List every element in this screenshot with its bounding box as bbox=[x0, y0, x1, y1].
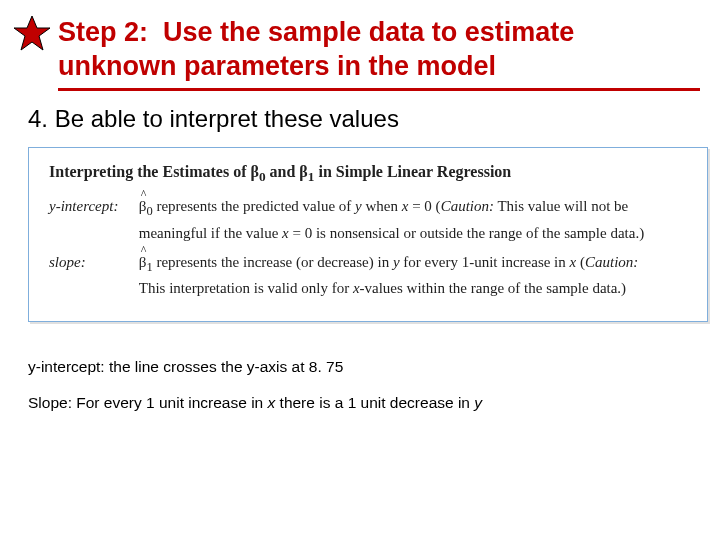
yint-x2: x bbox=[282, 225, 289, 241]
slope-label: slope: bbox=[49, 251, 135, 274]
figure-heading: Interpreting the Estimates of β0 and β1 … bbox=[49, 160, 687, 188]
title-step: Step 2: bbox=[58, 17, 148, 47]
slope-d: This interpretation is valid only for bbox=[139, 280, 353, 296]
star-icon bbox=[12, 14, 52, 54]
beta0-sub: 0 bbox=[259, 169, 266, 184]
figure-wrap: Interpreting the Estimates of β0 and β1 … bbox=[28, 147, 708, 322]
yint-c: = 0 ( bbox=[408, 198, 440, 214]
note-slope: Slope: For every 1 unit increase in x th… bbox=[28, 394, 700, 412]
note-slope-b: there is a 1 unit decrease in bbox=[275, 394, 474, 411]
title-block: Step 2: Use the sample data to estimate … bbox=[58, 16, 700, 91]
slope-row: slope: β1 represents the increase (or de… bbox=[49, 251, 687, 301]
notes: y-intercept: the line crosses the y-axis… bbox=[28, 358, 700, 412]
beta1-hat: β bbox=[139, 251, 147, 274]
heading-suffix: in Simple Linear Regression bbox=[314, 163, 511, 180]
y-intercept-row: y-intercept: β0 represents the predicted… bbox=[49, 195, 687, 245]
slide: Step 2: Use the sample data to estimate … bbox=[0, 0, 720, 540]
yint-e: = 0 is nonsensical or outside the range … bbox=[289, 225, 644, 241]
yint-a: represents the predicted value of bbox=[153, 198, 355, 214]
interpretation-box: Interpreting the Estimates of β0 and β1 … bbox=[28, 147, 708, 322]
beta1: β bbox=[299, 163, 307, 180]
y-intercept-body: β0 represents the predicted value of y w… bbox=[139, 195, 659, 245]
slope-c: ( bbox=[576, 254, 585, 270]
beta0-hat-base: β bbox=[139, 198, 147, 214]
y-intercept-label: y-intercept: bbox=[49, 195, 135, 218]
note-slope-y: y bbox=[474, 394, 482, 411]
note-slope-a: Slope: For every 1 unit increase in bbox=[28, 394, 268, 411]
subpoint: 4. Be able to interpret these values bbox=[28, 105, 700, 133]
beta1-hat-base: β bbox=[139, 254, 147, 270]
heading-prefix: Interpreting the Estimates of bbox=[49, 163, 250, 180]
note-y-intercept: y-intercept: the line crosses the y-axis… bbox=[28, 358, 700, 376]
page-title: Step 2: Use the sample data to estimate … bbox=[58, 16, 700, 84]
beta0-hat: β bbox=[139, 195, 147, 218]
slope-caution: Caution: bbox=[585, 254, 638, 270]
svg-marker-0 bbox=[14, 16, 50, 50]
slope-b: for every 1-unit increase in bbox=[400, 254, 570, 270]
yint-caution: Caution: bbox=[441, 198, 494, 214]
slope-a: represents the increase (or decrease) in bbox=[153, 254, 393, 270]
slope-x2: x bbox=[353, 280, 360, 296]
slope-y: y bbox=[393, 254, 400, 270]
slope-e: -values within the range of the sample d… bbox=[360, 280, 627, 296]
heading-and: and bbox=[266, 163, 300, 180]
yint-y: y bbox=[355, 198, 362, 214]
slope-body: β1 represents the increase (or decrease)… bbox=[139, 251, 659, 301]
yint-b: when bbox=[362, 198, 402, 214]
beta0: β bbox=[250, 163, 258, 180]
